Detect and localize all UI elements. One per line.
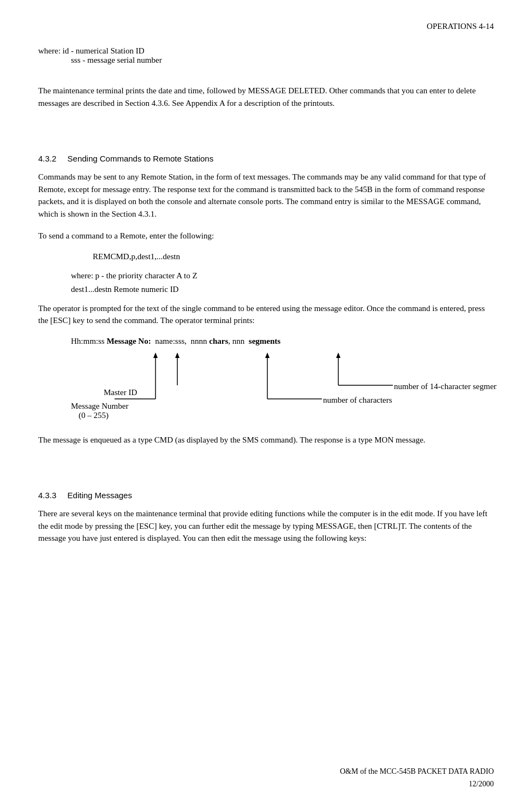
operator-para: The operator is prompted for the text of… (38, 302, 494, 327)
to-send-para: To send a command to a Remote, enter the… (38, 230, 494, 242)
header-text: OPERATIONS 4-14 (427, 22, 494, 31)
operator-text: The operator is prompted for the text of… (38, 302, 494, 327)
enqueued-text: The message is enqueued as a type CMD (a… (38, 434, 494, 446)
commands-para: Commands may be sent to any Remote Stati… (38, 171, 494, 220)
footer-line1: O&M of the MCC-545B PACKET DATA RADIO (340, 766, 494, 778)
remcmd-code: REMCMD,p,dest1,...destn (93, 252, 494, 261)
where-sss: sss - message serial number (71, 56, 494, 65)
svg-text:number of characters: number of characters (323, 396, 392, 404)
svg-marker-6 (265, 353, 270, 358)
svg-marker-1 (175, 353, 180, 358)
svg-text:Master ID: Master ID (104, 388, 137, 397)
svg-text:number of 14-character segment: number of 14-character segments (394, 382, 497, 391)
where-p-line2: dest1...destn Remote numeric ID (71, 283, 494, 297)
where-label: where: id - numerical Station ID (38, 46, 494, 56)
section-433-heading: 4.3.3 Editing Messages (38, 491, 494, 500)
enqueued-para: The message is enqueued as a type CMD (a… (38, 434, 494, 446)
diagram-area: Hh:mm:ss Message No: name:sss, nnnn char… (71, 337, 497, 424)
commands-text: Commands may be sent to any Remote Stati… (38, 171, 494, 220)
page-header: OPERATIONS 4-14 (38, 22, 494, 31)
editing-para: There are several keys on the maintenanc… (38, 507, 494, 545)
page-footer: O&M of the MCC-545B PACKET DATA RADIO 12… (340, 766, 494, 790)
where-id-block: where: id - numerical Station ID sss - m… (38, 46, 494, 65)
diagram-svg: Master ID Message Number (0 – 255) numbe… (71, 344, 497, 423)
maintenance-text: The maintenance terminal prints the date… (38, 85, 494, 109)
to-send-text: To send a command to a Remote, enter the… (38, 230, 494, 242)
where-p-block: where: p - the priority character A to Z… (71, 269, 494, 297)
svg-marker-3 (153, 353, 158, 358)
svg-text:Message Number: Message Number (71, 402, 128, 410)
editing-text: There are several keys on the maintenanc… (38, 507, 494, 545)
footer-line2: 12/2000 (340, 778, 494, 790)
svg-text:(0 – 255): (0 – 255) (79, 411, 109, 420)
maintenance-para: The maintenance terminal prints the date… (38, 85, 494, 109)
section-432-heading: 4.3.2 Sending Commands to Remote Station… (38, 154, 494, 163)
where-p-line1: where: p - the priority character A to Z (71, 269, 494, 283)
svg-marker-9 (336, 353, 340, 358)
